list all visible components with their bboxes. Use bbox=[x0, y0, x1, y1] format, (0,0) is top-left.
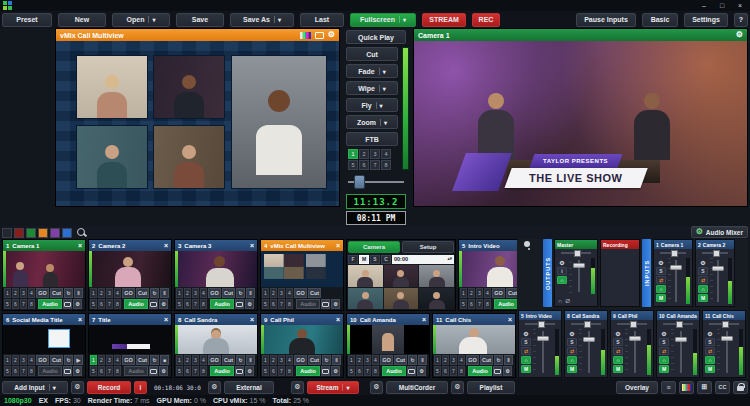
close-icon[interactable]: × bbox=[78, 316, 82, 323]
pan-slider[interactable] bbox=[565, 320, 607, 328]
overlay-number-7[interactable]: 7 bbox=[278, 366, 285, 376]
t-bar-handle[interactable] bbox=[354, 175, 365, 189]
zoom-button[interactable]: Zoom▾ bbox=[346, 115, 398, 129]
gear-icon[interactable]: ⚙ bbox=[331, 366, 340, 376]
cut-button[interactable]: Cut bbox=[136, 288, 149, 298]
quick-play-button[interactable]: Quick Play bbox=[346, 30, 406, 44]
search-icon[interactable] bbox=[76, 227, 87, 238]
go-button[interactable]: GO bbox=[208, 288, 221, 298]
loop-icon[interactable]: ↻ bbox=[322, 355, 331, 365]
channel-fader[interactable] bbox=[717, 329, 737, 375]
gear-icon[interactable]: ⚙ bbox=[705, 329, 715, 337]
multicorder-settings-gear[interactable]: ⚙ bbox=[370, 381, 383, 394]
add-input-button[interactable]: Add Input▾ bbox=[2, 381, 68, 394]
gear-icon[interactable]: ⚙ bbox=[245, 366, 254, 376]
pause-inputs-button[interactable]: Pause Inputs bbox=[576, 13, 636, 27]
overlay-number-1[interactable]: 1 bbox=[262, 355, 269, 365]
closed-captions-button[interactable]: CC bbox=[715, 381, 730, 394]
pan-slider[interactable] bbox=[657, 320, 699, 328]
audio-toggle-button[interactable]: Audio bbox=[382, 366, 406, 376]
overlay-number-3[interactable]: 3 bbox=[192, 288, 199, 298]
open-button[interactable]: Open▾ bbox=[112, 13, 170, 27]
overlay-number-5[interactable]: 5 bbox=[434, 366, 441, 376]
overlay-number-2[interactable]: 2 bbox=[98, 355, 105, 365]
category-color-button[interactable] bbox=[14, 228, 24, 238]
overlay-number-1[interactable]: 1 bbox=[348, 355, 355, 365]
overlay-number-7[interactable]: 7 bbox=[106, 299, 113, 309]
transition-number-4[interactable]: 4 bbox=[381, 149, 391, 159]
preset-button[interactable]: Preset bbox=[2, 13, 52, 27]
stream-toggle-button[interactable]: STREAM bbox=[422, 13, 466, 27]
audio-toggle-button[interactable]: Audio bbox=[296, 299, 320, 309]
transition-number-1[interactable]: 1 bbox=[348, 149, 358, 159]
maximize-button[interactable]: □ bbox=[715, 1, 729, 10]
overlay-number-5[interactable]: 5 bbox=[348, 366, 355, 376]
close-icon[interactable]: × bbox=[336, 242, 340, 249]
stream-settings-gear[interactable]: ⚙ bbox=[291, 381, 304, 394]
mute-button[interactable]: M bbox=[705, 365, 715, 373]
chevron-down-icon[interactable]: ▾ bbox=[376, 102, 383, 109]
loop-icon[interactable]: ↻ bbox=[494, 355, 503, 365]
fader-handle[interactable] bbox=[675, 337, 687, 342]
overlay-number-7[interactable]: 7 bbox=[192, 366, 199, 376]
overlay-number-7[interactable]: 7 bbox=[364, 366, 371, 376]
transition-number-5[interactable]: 5 bbox=[348, 160, 358, 170]
overlay-number-4[interactable]: 4 bbox=[484, 288, 491, 298]
overlay-number-3[interactable]: 3 bbox=[364, 355, 371, 365]
gear-icon[interactable]: ⚙ bbox=[159, 299, 168, 309]
mute-button[interactable]: M bbox=[698, 294, 708, 302]
audio-toggle-button[interactable]: Audio bbox=[210, 366, 234, 376]
overlay-number-5[interactable]: 5 bbox=[262, 299, 269, 309]
pan-slider[interactable] bbox=[703, 320, 745, 328]
overlay-number-8[interactable]: 8 bbox=[28, 366, 35, 376]
chevron-down-icon[interactable]: ▾ bbox=[274, 16, 281, 23]
overlay-number-6[interactable]: 6 bbox=[270, 366, 277, 376]
save-button[interactable]: Save bbox=[176, 13, 224, 27]
fullscreen-monitor-icon[interactable] bbox=[149, 366, 158, 376]
overlay-number-3[interactable]: 3 bbox=[192, 355, 199, 365]
loop-icon[interactable]: ↻ bbox=[150, 355, 159, 365]
loop-icon[interactable]: ↻ bbox=[236, 288, 245, 298]
overlay-number-8[interactable]: 8 bbox=[484, 299, 491, 309]
overlay-number-4[interactable]: 4 bbox=[286, 288, 293, 298]
call-mode-m[interactable]: M bbox=[359, 255, 369, 264]
headphones-icon[interactable]: ∩ bbox=[558, 298, 562, 304]
audio-toggle-button[interactable]: Audio bbox=[38, 366, 62, 376]
solo-button[interactable]: S bbox=[567, 338, 577, 346]
loop-icon[interactable]: ↻ bbox=[150, 288, 159, 298]
overlay-number-8[interactable]: 8 bbox=[200, 366, 207, 376]
fader-handle[interactable] bbox=[583, 337, 595, 342]
overlay-number-1[interactable]: 1 bbox=[176, 288, 183, 298]
input-module-11[interactable]: 11Call Chis×1234GOCut↻‖5678Audio⚙ bbox=[432, 313, 516, 378]
fader-handle[interactable] bbox=[670, 265, 682, 270]
basic-button[interactable]: Basic bbox=[642, 13, 678, 27]
solo-button[interactable]: S bbox=[705, 338, 715, 346]
overlay-number-2[interactable]: 2 bbox=[270, 355, 277, 365]
overlay-number-8[interactable]: 8 bbox=[458, 366, 465, 376]
overlay-number-4[interactable]: 4 bbox=[372, 355, 379, 365]
overlay-number-4[interactable]: 4 bbox=[28, 288, 35, 298]
mute-button[interactable]: M bbox=[521, 365, 531, 373]
mute-icon[interactable]: Ø bbox=[565, 298, 570, 304]
colorbars-icon[interactable] bbox=[679, 381, 694, 394]
gear-icon[interactable]: ⚙ bbox=[503, 366, 512, 376]
cut-button[interactable]: Cut bbox=[50, 355, 63, 365]
overlay-number-5[interactable]: 5 bbox=[460, 299, 467, 309]
close-icon[interactable]: × bbox=[78, 242, 82, 249]
gear-icon[interactable]: ⚙ bbox=[736, 31, 743, 39]
headphones-button[interactable]: ∩ bbox=[521, 356, 531, 364]
fullscreen-monitor-icon[interactable] bbox=[407, 366, 416, 376]
fly-button[interactable]: Fly▾ bbox=[346, 98, 398, 112]
pause-icon[interactable]: ‖ bbox=[246, 355, 255, 365]
overlay-number-5[interactable]: 5 bbox=[4, 299, 11, 309]
channel-fader[interactable] bbox=[533, 329, 553, 375]
channel-fader[interactable] bbox=[625, 329, 645, 375]
bus-routing-icon[interactable]: ⇄ bbox=[659, 347, 669, 355]
close-icon[interactable]: × bbox=[250, 242, 254, 249]
fullscreen-monitor-icon[interactable] bbox=[493, 366, 502, 376]
settings-button[interactable]: Settings bbox=[684, 13, 728, 27]
gear-icon[interactable]: ⚙ bbox=[613, 329, 623, 337]
input-module-1[interactable]: 1Camera 1×1234GOCut↻‖5678Audio⚙ bbox=[2, 239, 86, 311]
new-button[interactable]: New bbox=[58, 13, 106, 27]
close-icon[interactable]: × bbox=[250, 316, 254, 323]
